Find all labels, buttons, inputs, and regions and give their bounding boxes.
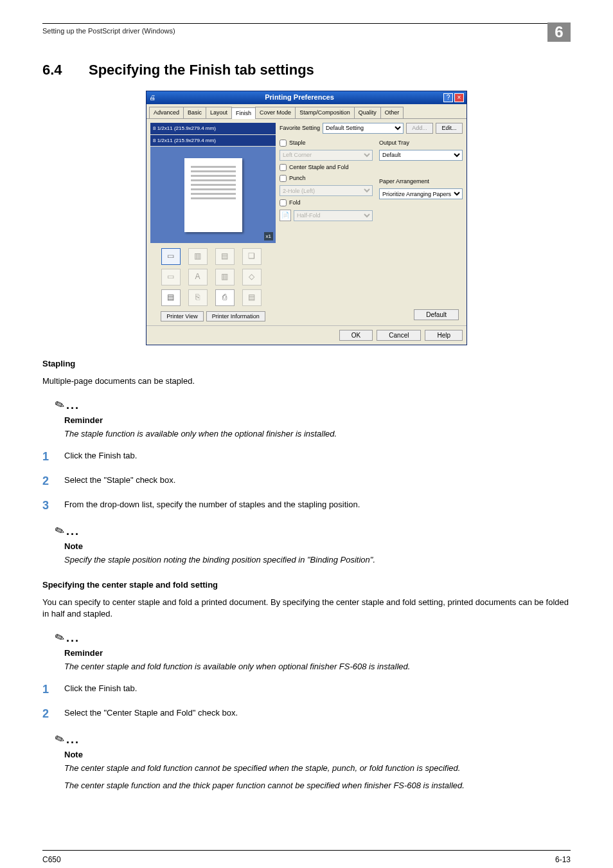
note-block: ✎... Note The center staple and fold fun…	[55, 731, 571, 792]
paper-size-top: 8 1/2x11 (215.9x279.4 mm)	[150, 123, 276, 134]
feature-icon[interactable]: ▥	[188, 248, 208, 265]
paper-arrangement-label: Paper Arrangement	[379, 177, 463, 186]
note-head: Note	[64, 749, 571, 761]
footer-right: 6-13	[555, 854, 571, 865]
note-dots: ...	[66, 525, 80, 538]
favorite-setting-label: Favorite Setting	[280, 124, 320, 132]
step-number: 1	[42, 681, 64, 698]
step-text: Select the "Staple" check box.	[64, 473, 175, 487]
fold-checkbox[interactable]	[280, 199, 287, 206]
center-staple-fold-label: Center Staple and Fold	[289, 163, 349, 172]
stapling-steps: 1Click the Finish tab. 2Select the "Stap…	[42, 448, 571, 514]
note-text-2: The center staple function and the thick…	[64, 780, 571, 792]
csf-heading: Specifying the center staple and fold se…	[42, 579, 571, 592]
pencil-icon: ✎	[53, 521, 67, 541]
step-text: Click the Finish tab.	[64, 448, 137, 462]
note-text-1: The center staple and fold function cann…	[64, 763, 571, 775]
pencil-icon: ✎	[53, 628, 67, 647]
tab-advanced[interactable]: Advanced	[149, 107, 184, 118]
output-tray-label: Output Tray	[379, 139, 463, 147]
close-icon[interactable]: ×	[454, 93, 464, 102]
note-text: Specify the staple position noting the b…	[64, 554, 571, 566]
step-text: Select the "Center Staple and Fold" chec…	[64, 705, 238, 719]
step-number: 2	[42, 473, 64, 489]
top-rule	[42, 23, 571, 24]
csf-intro: You can specify to center staple and fol…	[42, 597, 571, 621]
feature-icon[interactable]: ▭	[161, 248, 181, 265]
help-button[interactable]: Help	[425, 330, 463, 341]
tab-quality[interactable]: Quality	[354, 107, 381, 118]
page-footer: C650 6-13	[42, 850, 571, 865]
paper-size-bottom: 8 1/2x11 (215.9x279.4 mm)	[150, 135, 276, 147]
feature-icon[interactable]: ❏	[242, 248, 262, 265]
punch-label: Punch	[289, 174, 306, 183]
add-button[interactable]: Add...	[406, 123, 433, 134]
stapling-heading: Stapling	[42, 358, 571, 370]
tab-other[interactable]: Other	[380, 107, 404, 118]
ok-button[interactable]: OK	[339, 330, 373, 341]
help-icon[interactable]: ?	[443, 93, 453, 102]
punch-option-select[interactable]: 2-Hole (Left)	[280, 185, 373, 196]
pencil-icon: ✎	[53, 395, 67, 415]
center-staple-fold-checkbox[interactable]	[280, 164, 287, 171]
settings-pane: Favorite Setting Default Setting Add... …	[280, 123, 463, 321]
staple-position-select[interactable]: Left Corner	[280, 150, 373, 161]
section-title-text: Specifying the Finish tab settings	[89, 60, 314, 80]
dialog-title: Printing Preferences	[265, 93, 334, 103]
default-button[interactable]: Default	[414, 309, 459, 320]
reminder-text: The staple function is available only wh…	[64, 428, 571, 440]
step-number: 2	[42, 705, 64, 722]
feature-icon[interactable]: ▭	[161, 269, 181, 285]
feature-icon[interactable]: ⎙	[215, 289, 235, 306]
feature-icon[interactable]: ◇	[242, 269, 262, 285]
dialog-titlebar: 🖨 Printing Preferences ? ×	[147, 91, 466, 104]
step-text: From the drop-down list, specify the num…	[64, 497, 360, 511]
note-dots: ...	[66, 399, 80, 411]
printer-icon: 🖨	[149, 93, 155, 103]
punch-checkbox[interactable]	[280, 175, 287, 182]
fold-label: Fold	[289, 199, 301, 207]
fold-icon[interactable]: 📄	[280, 210, 291, 221]
chapter-number-badge: 6	[547, 23, 571, 42]
section-number: 6.4	[42, 60, 89, 80]
section-title: 6.4 Specifying the Finish tab settings	[42, 60, 571, 80]
staple-label: Staple	[289, 139, 306, 147]
pencil-icon: ✎	[53, 730, 67, 749]
dialog-screenshot: 🖨 Printing Preferences ? × Advanced Basi…	[146, 91, 467, 345]
edit-button[interactable]: Edit...	[436, 123, 463, 134]
tab-basic[interactable]: Basic	[183, 107, 206, 118]
printing-preferences-dialog: 🖨 Printing Preferences ? × Advanced Basi…	[146, 91, 467, 345]
cancel-button[interactable]: Cancel	[377, 330, 421, 341]
reminder-block: ✎... Reminder The center staple and fold…	[55, 629, 571, 673]
step-text: Click the Finish tab.	[64, 681, 137, 695]
preview-pane: 8 1/2x11 (215.9x279.4 mm) 8 1/2x11 (215.…	[150, 123, 276, 321]
tab-layout[interactable]: Layout	[206, 107, 232, 118]
zoom-badge: x1	[264, 232, 273, 241]
reminder-text: The center staple and fold function is a…	[64, 661, 571, 673]
dialog-tabs: Advanced Basic Layout Finish Cover Mode …	[147, 104, 466, 119]
fold-option-select[interactable]: Half-Fold	[294, 210, 373, 221]
printer-information-button[interactable]: Printer Information	[206, 311, 265, 321]
reminder-block: ✎... Reminder The staple function is ava…	[55, 397, 571, 440]
feature-icon[interactable]: ▥	[215, 269, 235, 285]
feature-icon[interactable]: A	[188, 269, 208, 285]
feature-icon-grid: ▭ ▥ ▤ ❏ ▭ A ▥ ◇ ▤ ⎘ ⎙ ▤	[150, 248, 276, 306]
paper-arrangement-select[interactable]: Prioritize Arranging Papers	[379, 188, 463, 199]
feature-icon[interactable]: ▤	[215, 248, 235, 265]
tab-covermode[interactable]: Cover Mode	[255, 107, 296, 118]
output-tray-select[interactable]: Default	[379, 150, 463, 161]
printer-view-button[interactable]: Printer View	[161, 311, 203, 321]
tab-stampcomposition[interactable]: Stamp/Composition	[295, 107, 355, 118]
step-number: 3	[42, 497, 64, 514]
staple-checkbox[interactable]	[280, 140, 287, 147]
step-number: 1	[42, 448, 64, 465]
reminder-head: Reminder	[64, 647, 571, 660]
tab-finish[interactable]: Finish	[231, 107, 256, 119]
footer-left: C650	[42, 854, 61, 865]
note-block: ✎... Note Specify the staple position no…	[55, 523, 571, 566]
running-head-text: Setting up the PostScript driver (Window…	[42, 26, 175, 37]
feature-icon[interactable]: ⎘	[188, 289, 208, 306]
feature-icon[interactable]: ▤	[242, 289, 262, 306]
favorite-setting-select[interactable]: Default Setting	[323, 123, 404, 134]
feature-icon[interactable]: ▤	[161, 289, 181, 306]
